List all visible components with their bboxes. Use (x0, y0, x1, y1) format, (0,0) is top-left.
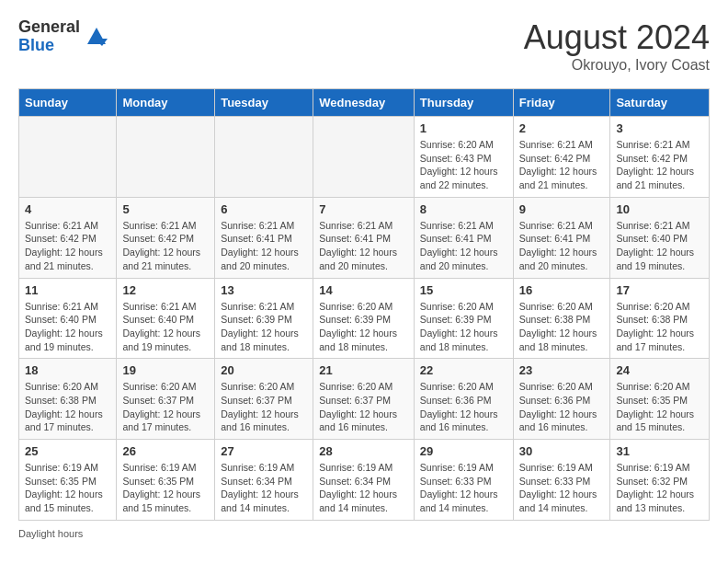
day-number: 14 (319, 283, 408, 297)
day-of-week-header: Sunday (19, 89, 117, 117)
logo-general: General (18, 18, 80, 37)
calendar-cell: 24Sunrise: 6:20 AM Sunset: 6:35 PM Dayli… (610, 359, 710, 440)
calendar-cell: 3Sunrise: 6:21 AM Sunset: 6:42 PM Daylig… (610, 117, 710, 198)
calendar-week-row: 4Sunrise: 6:21 AM Sunset: 6:42 PM Daylig… (19, 197, 710, 278)
calendar-cell: 20Sunrise: 6:20 AM Sunset: 6:37 PM Dayli… (215, 359, 313, 440)
day-info: Sunrise: 6:21 AM Sunset: 6:40 PM Dayligh… (25, 300, 110, 354)
calendar-title: August 2024 (524, 18, 710, 57)
day-number: 4 (25, 202, 110, 216)
calendar-cell: 28Sunrise: 6:19 AM Sunset: 6:34 PM Dayli… (313, 440, 415, 521)
day-info: Sunrise: 6:20 AM Sunset: 6:38 PM Dayligh… (616, 300, 703, 354)
day-info: Sunrise: 6:20 AM Sunset: 6:43 PM Dayligh… (420, 138, 507, 192)
day-number: 13 (221, 283, 307, 297)
day-info: Sunrise: 6:20 AM Sunset: 6:37 PM Dayligh… (122, 380, 209, 434)
calendar-cell: 13Sunrise: 6:21 AM Sunset: 6:39 PM Dayli… (215, 278, 313, 359)
calendar-cell: 10Sunrise: 6:21 AM Sunset: 6:40 PM Dayli… (610, 197, 710, 278)
day-of-week-header: Saturday (610, 89, 710, 117)
day-number: 6 (221, 202, 307, 216)
calendar-cell: 21Sunrise: 6:20 AM Sunset: 6:37 PM Dayli… (313, 359, 415, 440)
day-of-week-header: Tuesday (215, 89, 313, 117)
day-number: 12 (122, 283, 209, 297)
day-of-week-header: Friday (513, 89, 610, 117)
calendar-cell: 2Sunrise: 6:21 AM Sunset: 6:42 PM Daylig… (513, 117, 610, 198)
calendar-cell: 1Sunrise: 6:20 AM Sunset: 6:43 PM Daylig… (414, 117, 513, 198)
day-number: 21 (319, 363, 408, 377)
day-info: Sunrise: 6:21 AM Sunset: 6:42 PM Dayligh… (616, 138, 703, 192)
day-number: 30 (519, 444, 605, 458)
logo-icon (84, 24, 109, 50)
calendar-cell: 15Sunrise: 6:20 AM Sunset: 6:39 PM Dayli… (414, 278, 513, 359)
calendar-cell: 18Sunrise: 6:20 AM Sunset: 6:38 PM Dayli… (19, 359, 117, 440)
calendar-cell: 25Sunrise: 6:19 AM Sunset: 6:35 PM Dayli… (19, 440, 117, 521)
day-info: Sunrise: 6:21 AM Sunset: 6:41 PM Dayligh… (319, 219, 408, 273)
logo-text: General Blue (18, 18, 80, 55)
day-info: Sunrise: 6:21 AM Sunset: 6:42 PM Dayligh… (122, 219, 209, 273)
day-number: 24 (616, 363, 703, 377)
calendar-cell: 14Sunrise: 6:20 AM Sunset: 6:39 PM Dayli… (313, 278, 415, 359)
calendar-week-row: 25Sunrise: 6:19 AM Sunset: 6:35 PM Dayli… (19, 440, 710, 521)
day-number: 22 (420, 363, 507, 377)
day-info: Sunrise: 6:21 AM Sunset: 6:42 PM Dayligh… (25, 219, 110, 273)
day-info: Sunrise: 6:19 AM Sunset: 6:33 PM Dayligh… (420, 461, 507, 515)
day-number: 19 (122, 363, 209, 377)
day-info: Sunrise: 6:20 AM Sunset: 6:36 PM Dayligh… (420, 380, 507, 434)
calendar-subtitle: Okrouyo, Ivory Coast (524, 57, 710, 74)
footer: Daylight hours (18, 528, 710, 539)
calendar-cell: 27Sunrise: 6:19 AM Sunset: 6:34 PM Dayli… (215, 440, 313, 521)
day-info: Sunrise: 6:21 AM Sunset: 6:40 PM Dayligh… (616, 219, 703, 273)
day-number: 11 (25, 283, 110, 297)
day-number: 5 (122, 202, 209, 216)
day-info: Sunrise: 6:20 AM Sunset: 6:37 PM Dayligh… (221, 380, 307, 434)
calendar-cell: 8Sunrise: 6:21 AM Sunset: 6:41 PM Daylig… (414, 197, 513, 278)
day-info: Sunrise: 6:20 AM Sunset: 6:39 PM Dayligh… (420, 300, 507, 354)
day-info: Sunrise: 6:21 AM Sunset: 6:41 PM Dayligh… (519, 219, 605, 273)
calendar-cell (117, 117, 215, 198)
day-info: Sunrise: 6:19 AM Sunset: 6:33 PM Dayligh… (519, 461, 605, 515)
calendar-cell: 9Sunrise: 6:21 AM Sunset: 6:41 PM Daylig… (513, 197, 610, 278)
day-info: Sunrise: 6:19 AM Sunset: 6:34 PM Dayligh… (319, 461, 408, 515)
calendar-cell (215, 117, 313, 198)
day-of-week-header: Thursday (414, 89, 513, 117)
logo: General Blue (18, 18, 109, 55)
calendar-header-row: SundayMondayTuesdayWednesdayThursdayFrid… (19, 89, 710, 117)
logo-blue: Blue (18, 37, 80, 55)
calendar-cell: 6Sunrise: 6:21 AM Sunset: 6:41 PM Daylig… (215, 197, 313, 278)
day-info: Sunrise: 6:21 AM Sunset: 6:41 PM Dayligh… (221, 219, 307, 273)
calendar-cell: 30Sunrise: 6:19 AM Sunset: 6:33 PM Dayli… (513, 440, 610, 521)
day-number: 7 (319, 202, 408, 216)
day-of-week-header: Monday (117, 89, 215, 117)
day-info: Sunrise: 6:20 AM Sunset: 6:36 PM Dayligh… (519, 380, 605, 434)
calendar-cell: 31Sunrise: 6:19 AM Sunset: 6:32 PM Dayli… (610, 440, 710, 521)
day-number: 25 (25, 444, 110, 458)
calendar-cell (19, 117, 117, 198)
day-info: Sunrise: 6:20 AM Sunset: 6:37 PM Dayligh… (319, 380, 408, 434)
calendar-cell: 7Sunrise: 6:21 AM Sunset: 6:41 PM Daylig… (313, 197, 415, 278)
day-number: 3 (616, 121, 703, 135)
calendar-cell: 4Sunrise: 6:21 AM Sunset: 6:42 PM Daylig… (19, 197, 117, 278)
calendar-week-row: 11Sunrise: 6:21 AM Sunset: 6:40 PM Dayli… (19, 278, 710, 359)
title-block: August 2024 Okrouyo, Ivory Coast (524, 18, 710, 74)
day-info: Sunrise: 6:20 AM Sunset: 6:35 PM Dayligh… (616, 380, 703, 434)
calendar-table: SundayMondayTuesdayWednesdayThursdayFrid… (18, 88, 710, 521)
day-number: 27 (221, 444, 307, 458)
day-info: Sunrise: 6:21 AM Sunset: 6:40 PM Dayligh… (122, 300, 209, 354)
day-info: Sunrise: 6:20 AM Sunset: 6:39 PM Dayligh… (319, 300, 408, 354)
day-info: Sunrise: 6:19 AM Sunset: 6:35 PM Dayligh… (122, 461, 209, 515)
daylight-label: Daylight hours (18, 528, 83, 539)
day-number: 23 (519, 363, 605, 377)
day-number: 28 (319, 444, 408, 458)
day-number: 17 (616, 283, 703, 297)
day-number: 31 (616, 444, 703, 458)
calendar-cell: 29Sunrise: 6:19 AM Sunset: 6:33 PM Dayli… (414, 440, 513, 521)
day-number: 29 (420, 444, 507, 458)
calendar-cell: 5Sunrise: 6:21 AM Sunset: 6:42 PM Daylig… (117, 197, 215, 278)
day-info: Sunrise: 6:19 AM Sunset: 6:32 PM Dayligh… (616, 461, 703, 515)
calendar-cell: 12Sunrise: 6:21 AM Sunset: 6:40 PM Dayli… (117, 278, 215, 359)
calendar-cell: 11Sunrise: 6:21 AM Sunset: 6:40 PM Dayli… (19, 278, 117, 359)
day-info: Sunrise: 6:21 AM Sunset: 6:42 PM Dayligh… (519, 138, 605, 192)
calendar-cell: 17Sunrise: 6:20 AM Sunset: 6:38 PM Dayli… (610, 278, 710, 359)
calendar-cell: 19Sunrise: 6:20 AM Sunset: 6:37 PM Dayli… (117, 359, 215, 440)
day-of-week-header: Wednesday (313, 89, 415, 117)
calendar-week-row: 18Sunrise: 6:20 AM Sunset: 6:38 PM Dayli… (19, 359, 710, 440)
day-number: 15 (420, 283, 507, 297)
